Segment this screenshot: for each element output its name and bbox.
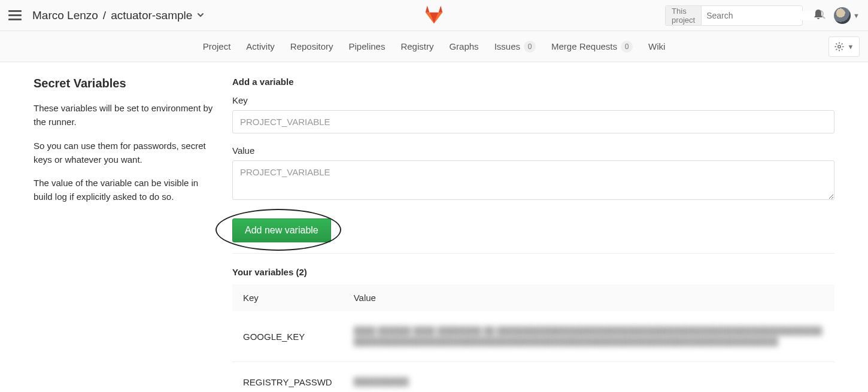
nav-activity[interactable]: Activity <box>246 41 275 51</box>
sidebar-title: Secret Variables <box>34 77 213 90</box>
variable-key-input[interactable] <box>232 110 834 133</box>
nav-repository[interactable]: Repository <box>290 41 333 51</box>
main-panel: Add a variable Key Value Add new variabl… <box>232 77 834 392</box>
col-header-key: Key <box>232 284 343 311</box>
gear-icon <box>834 42 844 51</box>
breadcrumb-owner: Marco Lenzo <box>32 9 98 22</box>
top-bar: Marco Lenzo / actuator-sample This proje… <box>0 0 868 31</box>
topbar-right: This project ▼ <box>665 5 860 26</box>
sidebar-paragraph: The value of the variable can be visible… <box>34 176 213 204</box>
search-input[interactable] <box>702 11 816 20</box>
masked-value: ██████████ <box>354 376 824 387</box>
hamburger-menu-icon[interactable] <box>8 9 22 22</box>
form-heading: Add a variable <box>232 77 834 87</box>
variables-table: Key Value GOOGLE_KEY ████ ██████ ████ ██… <box>232 284 834 392</box>
svg-line-9 <box>841 44 842 45</box>
nav-project[interactable]: Project <box>203 41 231 51</box>
col-header-value: Value <box>343 284 834 311</box>
breadcrumb-separator: / <box>103 9 106 22</box>
settings-dropdown-button[interactable]: ▼ <box>828 37 860 57</box>
variable-value-cell: ████ ██████ ████ ████████ ██ ███████████… <box>343 311 834 362</box>
table-row: REGISTRY_PASSWD ██████████ <box>232 362 834 392</box>
variable-value-input[interactable] <box>232 160 834 200</box>
svg-line-7 <box>836 44 837 45</box>
project-nav: Project Activity Repository Pipelines Re… <box>0 31 868 62</box>
breadcrumb-project: actuator-sample <box>111 9 192 22</box>
user-menu[interactable]: ▼ <box>834 7 860 24</box>
key-label: Key <box>232 95 834 105</box>
breadcrumb[interactable]: Marco Lenzo / actuator-sample <box>32 9 204 22</box>
nav-issues[interactable]: Issues 0 <box>494 41 536 53</box>
merge-requests-count-badge: 0 <box>621 41 633 53</box>
caret-down-icon: ▼ <box>853 12 860 19</box>
variables-heading: Your variables (2) <box>232 267 834 277</box>
search-box[interactable]: This project <box>665 5 803 26</box>
svg-point-2 <box>837 45 840 48</box>
svg-line-8 <box>841 49 842 50</box>
variable-key-cell: GOOGLE_KEY <box>232 311 343 362</box>
gitlab-logo-icon[interactable] <box>424 4 444 26</box>
nav-wiki[interactable]: Wiki <box>648 41 665 51</box>
nav-registry[interactable]: Registry <box>400 41 433 51</box>
variable-key-cell: REGISTRY_PASSWD <box>232 362 343 392</box>
search-scope-label: This project <box>666 6 702 25</box>
page-content: Secret Variables These variables will be… <box>0 62 868 392</box>
nav-merge-requests[interactable]: Merge Requests 0 <box>551 41 633 53</box>
chevron-down-icon[interactable] <box>197 11 204 20</box>
nav-graphs[interactable]: Graphs <box>449 41 478 51</box>
sidebar-paragraph: So you can use them for passwords, secre… <box>34 139 213 167</box>
svg-line-10 <box>836 49 837 50</box>
nav-pipelines[interactable]: Pipelines <box>349 41 386 51</box>
table-row: GOOGLE_KEY ████ ██████ ████ ████████ ██ … <box>232 311 834 362</box>
avatar <box>834 7 851 24</box>
sidebar-paragraph: These variables will be set to environme… <box>34 101 213 129</box>
notifications-bell-icon[interactable] <box>812 8 824 22</box>
issues-count-badge: 0 <box>524 41 536 53</box>
add-new-variable-button[interactable]: Add new variable <box>232 218 331 242</box>
value-label: Value <box>232 145 834 156</box>
variable-value-cell: ██████████ <box>343 362 834 392</box>
sidebar-description: Secret Variables These variables will be… <box>34 77 213 392</box>
caret-down-icon: ▼ <box>848 43 854 50</box>
masked-value: ████ ██████ ████ ████████ ██ ███████████… <box>354 326 824 347</box>
